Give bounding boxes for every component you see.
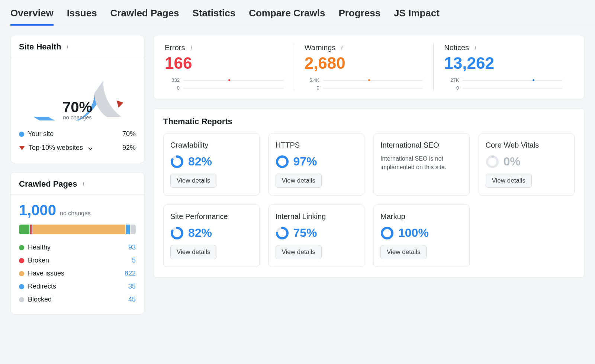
gauge-subtext: no changes xyxy=(29,114,126,120)
tab-crawled-pages[interactable]: Crawled Pages xyxy=(110,7,179,26)
thematic-card-pct: 0% xyxy=(504,155,521,168)
legend-top10-value: 92% xyxy=(122,144,136,152)
svg-point-4 xyxy=(487,157,498,167)
thematic-card-markup: Markup100%View details xyxy=(373,204,470,267)
tab-overview[interactable]: Overview xyxy=(10,7,54,26)
errors-value: 166 xyxy=(165,54,283,72)
thematic-reports-panel: Thematic Reports Crawlability82%View det… xyxy=(153,108,585,278)
spark-dot-icon xyxy=(368,79,370,81)
bar-segment-blocked[interactable] xyxy=(131,225,136,234)
crawled-pages-item[interactable]: Broken5 xyxy=(19,254,136,267)
crawled-pages-count[interactable]: 1,000 xyxy=(19,202,56,219)
crawled-pages-item[interactable]: Have issues822 xyxy=(19,267,136,280)
spark-dot-icon xyxy=(228,79,230,81)
crawled-pages-item-label: Redirects xyxy=(28,283,56,290)
crawled-pages-panel: Crawled Pages i 1,000 no changes Healthy… xyxy=(10,172,144,315)
bar-segment-have-issues[interactable] xyxy=(32,225,125,234)
thematic-card-pct: 97% xyxy=(293,155,317,168)
warnings-label: Warnings xyxy=(305,44,336,52)
thematic-card-pct: 82% xyxy=(188,155,212,168)
thematic-card-https: HTTPS97%View details xyxy=(268,133,365,196)
info-icon[interactable]: i xyxy=(338,45,345,51)
tab-statistics[interactable]: Statistics xyxy=(193,7,236,26)
warnings-spark-bottom: 0 xyxy=(305,85,319,91)
spark-dot-icon xyxy=(533,79,534,81)
crawled-pages-item-value: 93 xyxy=(128,244,136,251)
crawled-pages-item-label: Blocked xyxy=(28,296,52,303)
legend-dot-icon xyxy=(19,284,24,289)
donut-icon xyxy=(380,226,394,240)
crawled-pages-item-value: 45 xyxy=(128,296,136,303)
crawled-pages-item[interactable]: Blocked45 xyxy=(19,293,136,306)
legend-dot-icon xyxy=(19,258,24,263)
view-details-button[interactable]: View details xyxy=(380,245,427,259)
bar-segment-redirects[interactable] xyxy=(126,225,130,234)
warnings-value: 2,680 xyxy=(305,54,423,72)
thematic-card-core-web-vitals: Core Web Vitals0%View details xyxy=(479,133,575,196)
crawled-pages-item-value: 5 xyxy=(132,257,136,264)
view-details-button[interactable]: View details xyxy=(276,174,322,188)
tab-compare-crawls[interactable]: Compare Crawls xyxy=(249,7,325,26)
crawled-pages-item[interactable]: Redirects35 xyxy=(19,280,136,293)
legend-your-site-label: Your site xyxy=(28,130,54,138)
view-details-button[interactable]: View details xyxy=(276,245,322,259)
thematic-card-international-seo: International SEOInternational SEO is no… xyxy=(373,133,470,196)
legend-top10-label: Top-10% websites xyxy=(29,144,83,152)
legend-your-site-value: 70% xyxy=(122,130,136,138)
info-icon[interactable]: i xyxy=(188,45,194,51)
view-details-button[interactable]: View details xyxy=(170,245,216,259)
view-details-button[interactable]: View details xyxy=(486,174,532,188)
crawled-pages-item-label: Broken xyxy=(28,257,49,264)
crawled-pages-item[interactable]: Healthy93 xyxy=(19,241,136,254)
triangle-down-icon xyxy=(19,146,25,150)
errors-label: Errors xyxy=(165,44,185,52)
thematic-card-title: Markup xyxy=(380,212,463,221)
warnings-metric[interactable]: Warnings i 2,680 5.4K 0 xyxy=(294,44,434,91)
info-icon[interactable]: i xyxy=(80,181,87,187)
view-details-button[interactable]: View details xyxy=(170,174,216,188)
thematic-card-title: Site Performance xyxy=(170,212,253,221)
info-icon[interactable]: i xyxy=(472,45,479,51)
notices-spark-bottom: 0 xyxy=(444,85,459,91)
thematic-card-site-performance: Site Performance82%View details xyxy=(163,204,260,267)
legend-dot-icon xyxy=(19,132,24,137)
tab-js-impact[interactable]: JS Impact xyxy=(394,7,440,26)
svg-point-11 xyxy=(382,228,392,238)
site-health-gauge: 70% no changes xyxy=(29,65,126,120)
thematic-card-title: HTTPS xyxy=(276,141,358,149)
legend-dot-icon xyxy=(19,297,24,302)
warnings-spark-top: 5.4K xyxy=(305,77,319,83)
chevron-down-icon xyxy=(88,146,92,150)
legend-dot-icon xyxy=(19,271,24,276)
thematic-card-pct: 100% xyxy=(398,226,429,240)
notices-spark-top: 27K xyxy=(444,77,459,83)
thematic-card-title: International SEO xyxy=(380,141,463,149)
gauge-value: 70% xyxy=(29,99,126,116)
svg-point-3 xyxy=(277,157,287,167)
thematic-card-internal-linking: Internal Linking75%View details xyxy=(268,204,365,267)
tab-progress[interactable]: Progress xyxy=(338,7,380,26)
thematic-reports-title: Thematic Reports xyxy=(154,109,584,131)
info-icon[interactable]: i xyxy=(64,44,71,50)
thematic-card-title: Core Web Vitals xyxy=(486,141,568,149)
donut-icon xyxy=(486,155,499,168)
tab-issues[interactable]: Issues xyxy=(67,7,97,26)
thematic-card-pct: 75% xyxy=(293,226,317,240)
crawled-pages-sub: no changes xyxy=(60,210,91,217)
donut-icon xyxy=(170,226,184,240)
notices-value: 13,262 xyxy=(444,54,563,72)
bar-segment-healthy[interactable] xyxy=(19,225,29,234)
crawled-pages-bar xyxy=(19,225,136,234)
site-health-title: Site Health xyxy=(19,42,61,52)
errors-spark-bottom: 0 xyxy=(165,85,180,91)
crawled-pages-item-value: 822 xyxy=(125,270,136,277)
crawled-pages-item-label: Have issues xyxy=(28,270,64,277)
tab-bar: OverviewIssuesCrawled PagesStatisticsCom… xyxy=(0,0,595,26)
thematic-card-pct: 82% xyxy=(188,226,212,240)
notices-metric[interactable]: Notices i 13,262 27K 0 xyxy=(433,44,573,91)
donut-icon xyxy=(170,155,184,168)
errors-spark-top: 332 xyxy=(165,77,180,83)
site-health-panel: Site Health i 70% no changes Yo xyxy=(10,35,144,163)
top10-websites-dropdown[interactable]: Top-10% websites xyxy=(19,144,92,152)
errors-metric[interactable]: Errors i 166 332 0 xyxy=(165,44,294,91)
